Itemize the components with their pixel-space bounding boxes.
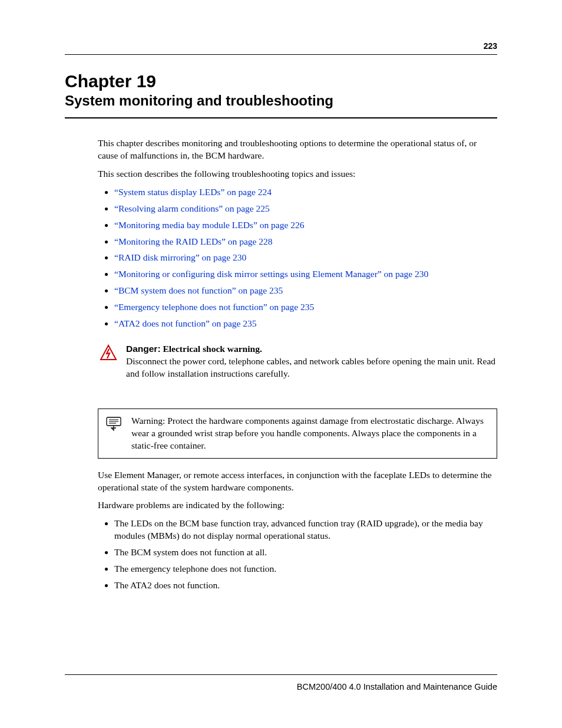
body-content: This chapter describes monitoring and tr… [98, 137, 497, 592]
footer-rule [65, 674, 497, 675]
xref-link[interactable]: “System status display LEDs” on page 224 [114, 187, 272, 197]
danger-text: Danger: Electrical shock warning. Discon… [126, 343, 497, 380]
electrical-shock-icon [98, 343, 119, 362]
page: 223 Chapter 19 System monitoring and tro… [0, 0, 562, 728]
danger-subtitle: Electrical shock warning [163, 344, 259, 354]
intro-paragraph-2: This section describes the following tro… [98, 168, 497, 180]
list-item: “BCM system does not function” on page 2… [114, 285, 497, 297]
list-item: The emergency telephone does not functio… [114, 563, 497, 575]
danger-lead: Danger: [126, 344, 161, 354]
list-item: “Emergency telephone does not function” … [114, 301, 497, 314]
xref-link[interactable]: “Emergency telephone does not function” … [114, 302, 314, 312]
list-item: “Monitoring media bay module LEDs” on pa… [114, 219, 497, 232]
warning-lead: Warning: [131, 416, 165, 426]
warning-box: Warning: Protect the hardware components… [98, 409, 497, 459]
page-number: 223 [65, 41, 497, 51]
xref-link[interactable]: “Resolving alarm conditions” on page 225 [114, 203, 270, 213]
warning-body: Protect the hardware components against … [131, 416, 484, 450]
list-item: “RAID disk mirroring” on page 230 [114, 252, 497, 264]
xref-link[interactable]: “BCM system does not function” on page 2… [114, 285, 283, 295]
list-item: The LEDs on the BCM base function tray, … [114, 518, 497, 542]
after-warning-paragraph-2: Hardware problems are indicated by the f… [98, 499, 497, 512]
xref-link[interactable]: “Monitoring the RAID LEDs” on page 228 [114, 236, 273, 246]
xref-link[interactable]: “ATA2 does not function” on page 235 [114, 318, 257, 328]
chapter-subtitle: System monitoring and troubleshooting [65, 93, 497, 109]
intro-paragraph-1: This chapter describes monitoring and tr… [98, 137, 497, 162]
list-item: “Monitoring or configuring disk mirror s… [114, 268, 497, 281]
note-icon [104, 415, 125, 431]
list-item: The BCM system does not function at all. [114, 546, 497, 559]
list-item: “System status display LEDs” on page 224 [114, 186, 497, 199]
danger-body: Disconnect the power cord, telephone cab… [126, 355, 497, 380]
after-warning-paragraph-1: Use Element Manager, or remote access in… [98, 469, 497, 494]
topic-link-list: “System status display LEDs” on page 224… [98, 186, 497, 330]
list-item: “ATA2 does not function” on page 235 [114, 318, 497, 330]
list-item: The ATA2 does not function. [114, 579, 497, 592]
chapter-title: Chapter 19 [65, 71, 497, 91]
list-item: “Monitoring the RAID LEDs” on page 228 [114, 236, 497, 248]
xref-link[interactable]: “RAID disk mirroring” on page 230 [114, 252, 246, 262]
list-item: “Resolving alarm conditions” on page 225 [114, 203, 497, 215]
xref-link[interactable]: “Monitoring or configuring disk mirror s… [114, 269, 428, 279]
warning-text: Warning: Protect the hardware components… [131, 415, 488, 452]
danger-callout: Danger: Electrical shock warning. Discon… [98, 343, 497, 380]
problem-list: The LEDs on the BCM base function tray, … [98, 518, 497, 592]
xref-link[interactable]: “Monitoring media bay module LEDs” on pa… [114, 220, 304, 230]
top-rule [65, 54, 497, 55]
footer-text: BCM200/400 4.0 Installation and Maintena… [297, 682, 497, 691]
heading-rule [65, 117, 497, 118]
svg-marker-0 [101, 345, 116, 360]
